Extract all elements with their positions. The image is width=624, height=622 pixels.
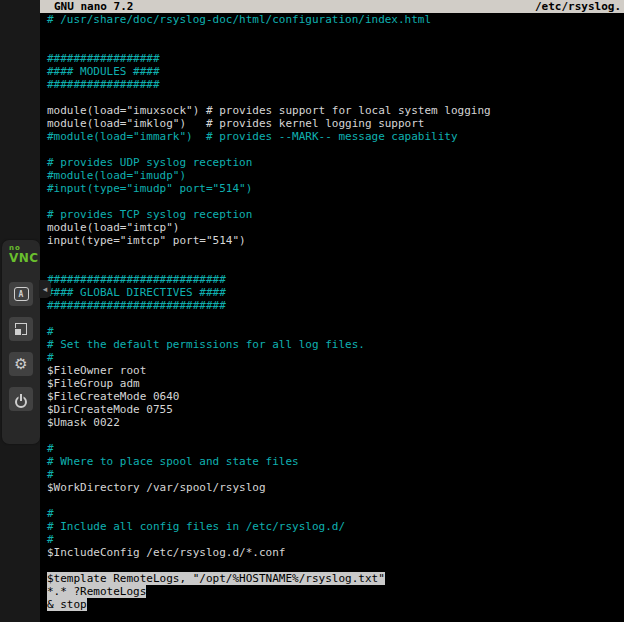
editor-line: input(type="imtcp" port="514") — [47, 234, 624, 247]
editor-line: $FileCreateMode 0640 — [47, 390, 624, 403]
keyboard-button[interactable]: A — [9, 282, 33, 306]
fullscreen-icon-inner — [14, 328, 22, 336]
editor-line — [47, 312, 624, 325]
editor-line: #input(type="imudp" port="514") — [47, 182, 624, 195]
editor-line: #### GLOBAL DIRECTIVES #### — [47, 286, 624, 299]
editor-line: ################# — [47, 78, 624, 91]
novnc-control-bar: no VNC A ⚙ — [2, 240, 40, 444]
editor-line: #### MODULES #### — [47, 65, 624, 78]
editor-line: #module(load="immark") # provides --MARK… — [47, 130, 624, 143]
fullscreen-button[interactable] — [9, 317, 33, 341]
control-bar-handle[interactable]: ◂ — [39, 280, 51, 298]
editor-line: $DirCreateMode 0755 — [47, 403, 624, 416]
editor-line: module(load="imtcp") — [47, 221, 624, 234]
novnc-logo-text-bottom: VNC — [9, 252, 40, 264]
editor-line — [47, 39, 624, 52]
editor-line: $FileGroup adm — [47, 377, 624, 390]
editor-line: module(load="imklog") # provides kernel … — [47, 117, 624, 130]
selected-text: *.* ?RemoteLogs — [47, 585, 146, 598]
power-icon-bar — [20, 394, 22, 401]
editor-line: # provides UDP syslog reception — [47, 156, 624, 169]
terminal-screen[interactable]: GNU nano 7.2 /etc/rsyslog. # /usr/share/… — [40, 0, 624, 622]
editor-line: # — [47, 533, 624, 546]
editor-line: # Include all config files in /etc/rsysl… — [47, 520, 624, 533]
nano-version: GNU nano 7.2 — [54, 0, 133, 13]
editor-line: # — [47, 442, 624, 455]
editor-line: # — [47, 351, 624, 364]
collapse-arrow-icon: ◂ — [43, 284, 48, 294]
vnc-viewport: GNU nano 7.2 /etc/rsyslog. # /usr/share/… — [0, 0, 624, 622]
editor-line — [47, 195, 624, 208]
editor-lines: # /usr/share/doc/rsyslog-doc/html/config… — [40, 13, 624, 611]
editor-line: ########################### — [47, 273, 624, 286]
keyboard-icon: A — [14, 287, 29, 301]
editor-line — [47, 91, 624, 104]
editor-line: # Set the default permissions for all lo… — [47, 338, 624, 351]
editor-line: # provides TCP syslog reception — [47, 208, 624, 221]
editor-line: # Where to place spool and state files — [47, 455, 624, 468]
editor-line: # /usr/share/doc/rsyslog-doc/html/config… — [47, 13, 624, 26]
editor-line: $Umask 0022 — [47, 416, 624, 429]
editor-line — [47, 429, 624, 442]
editor-line — [47, 260, 624, 273]
editor-line: ########################### — [47, 299, 624, 312]
gear-icon: ⚙ — [9, 352, 33, 376]
editor-line: $WorkDirectory /var/spool/rsyslog — [47, 481, 624, 494]
selected-text: & stop — [47, 598, 87, 611]
settings-button[interactable]: ⚙ — [9, 352, 33, 376]
power-button[interactable] — [9, 387, 33, 411]
editor-line — [47, 26, 624, 39]
editor-line: $IncludeConfig /etc/rsyslog.d/*.conf — [47, 546, 624, 559]
editor-line — [47, 494, 624, 507]
editor-line: & stop — [47, 598, 624, 611]
editor-line: ################# — [47, 52, 624, 65]
editor-line: *.* ?RemoteLogs — [47, 585, 624, 598]
editor-line: $template RemoteLogs, "/opt/%HOSTNAME%/r… — [47, 572, 624, 585]
fullscreen-icon — [15, 323, 27, 335]
editor-line — [47, 559, 624, 572]
nano-filename: /etc/rsyslog. — [535, 0, 621, 13]
editor-line — [47, 247, 624, 260]
editor-line: #module(load="imudp") — [47, 169, 624, 182]
novnc-logo[interactable]: no VNC — [2, 240, 40, 264]
selected-text: $template RemoteLogs, "/opt/%HOSTNAME%/r… — [47, 572, 385, 585]
power-icon — [15, 396, 27, 408]
nano-titlebar: GNU nano 7.2 /etc/rsyslog. — [40, 0, 624, 13]
editor-line: # — [47, 468, 624, 481]
editor-line: $FileOwner root — [47, 364, 624, 377]
editor-line: # — [47, 507, 624, 520]
editor-line: # — [47, 325, 624, 338]
editor-line: module(load="imuxsock") # provides suppo… — [47, 104, 624, 117]
editor-line — [47, 143, 624, 156]
